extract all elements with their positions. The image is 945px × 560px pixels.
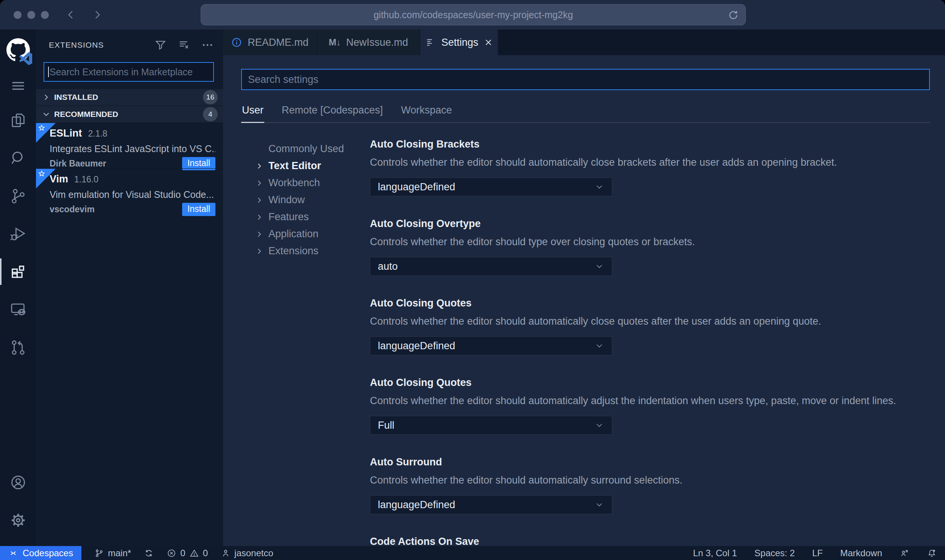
run-debug-button[interactable] xyxy=(0,215,36,253)
editor-area: README.md M↓ NewIssue.md Settings User xyxy=(223,30,945,546)
setting-title: Auto Closing Quotes xyxy=(370,376,930,389)
language-mode-status[interactable]: Markdown xyxy=(840,548,882,558)
filter-icon[interactable] xyxy=(154,39,167,51)
toc-application[interactable]: Application xyxy=(241,226,370,243)
gear-icon xyxy=(9,512,27,529)
close-window-button[interactable] xyxy=(14,11,22,19)
address-bar[interactable]: github.com/codespaces/user-my-project-mg… xyxy=(201,4,746,25)
notifications-status[interactable] xyxy=(927,548,937,558)
section-installed[interactable]: INSTALLED 16 xyxy=(36,89,223,106)
zoom-window-button[interactable] xyxy=(41,11,49,19)
chevron-right-icon xyxy=(255,179,264,188)
minimize-window-button[interactable] xyxy=(27,11,35,19)
account-button[interactable] xyxy=(0,464,36,501)
clear-extensions-icon[interactable] xyxy=(178,39,190,51)
section-label: INSTALLED xyxy=(54,93,98,102)
settings-gear-button[interactable] xyxy=(0,501,36,539)
tab-settings[interactable]: Settings xyxy=(420,30,498,55)
setting-dropdown[interactable]: auto xyxy=(370,257,612,276)
warnings-icon xyxy=(189,548,199,558)
section-recommended[interactable]: RECOMMENDED 4 xyxy=(36,106,223,123)
setting-dropdown[interactable]: languageDefined xyxy=(370,495,612,514)
setting-dropdown[interactable]: languageDefined xyxy=(370,336,612,355)
extension-item-vim[interactable]: Vim1.16.0 Vim emulation for Visual Studi… xyxy=(36,168,223,214)
dropdown-value: languageDefined xyxy=(378,340,455,352)
problems-status[interactable]: 0 0 xyxy=(167,548,208,558)
setting-auto-surround: Auto Surround Controls whether the edito… xyxy=(370,456,930,514)
branch-status[interactable]: main* xyxy=(94,548,131,558)
eol-status[interactable]: LF xyxy=(812,548,823,558)
extensions-button[interactable] xyxy=(0,253,36,291)
scope-remote[interactable]: Remote [Codespaces] xyxy=(281,101,384,122)
close-tab-icon[interactable] xyxy=(483,37,493,47)
setting-dropdown[interactable]: Full xyxy=(370,416,612,435)
menu-button[interactable] xyxy=(0,70,36,101)
settings-list-icon xyxy=(425,37,436,48)
codespaces-status-button[interactable]: Codespaces xyxy=(0,546,81,560)
sidebar-title: EXTENSIONS xyxy=(49,40,104,50)
setting-code-actions-on-save: Code Actions On Save xyxy=(370,535,930,546)
window-controls[interactable] xyxy=(14,11,49,19)
more-actions-icon[interactable] xyxy=(201,39,214,51)
chevron-right-icon xyxy=(255,247,264,256)
error-count: 0 xyxy=(180,548,185,558)
setting-description: Controls whether the editor should autom… xyxy=(370,474,930,486)
tab-readme[interactable]: README.md xyxy=(223,30,317,55)
chevron-right-icon xyxy=(255,230,264,239)
extension-item-eslint[interactable]: ESLint2.1.8 Integrates ESLint JavaScript… xyxy=(36,123,223,168)
extension-version: 2.1.8 xyxy=(88,129,108,139)
setting-dropdown[interactable]: languageDefined xyxy=(370,177,612,196)
settings-list: Auto Closing Brackets Controls whether t… xyxy=(370,138,930,546)
setting-title: Code Actions On Save xyxy=(370,535,930,546)
back-icon[interactable] xyxy=(65,9,77,21)
toc-extensions[interactable]: Extensions xyxy=(241,243,370,260)
warning-count: 0 xyxy=(203,548,208,558)
sync-status[interactable] xyxy=(144,548,154,558)
indentation-status[interactable]: Spaces: 2 xyxy=(755,548,795,558)
setting-auto-closing-brackets: Auto Closing Brackets Controls whether t… xyxy=(370,138,930,196)
source-control-button[interactable] xyxy=(0,177,36,215)
tab-newissue[interactable]: M↓ NewIssue.md xyxy=(317,30,420,55)
errors-icon xyxy=(167,548,176,558)
install-button[interactable]: Install xyxy=(182,203,215,216)
settings-toc: Commonly Used Text Editor Workbench Wind… xyxy=(241,138,370,546)
feedback-status[interactable] xyxy=(900,548,909,558)
branch-icon xyxy=(94,548,104,558)
pull-requests-button[interactable] xyxy=(0,328,36,366)
extensions-search[interactable] xyxy=(44,62,214,82)
hamburger-menu-icon xyxy=(9,77,27,95)
settings-scope-tabs: User Remote [Codespaces] Workspace xyxy=(241,101,930,123)
extension-version: 1.16.0 xyxy=(74,174,98,185)
settings-search-input[interactable] xyxy=(242,70,929,89)
extensions-search-input[interactable] xyxy=(44,63,213,81)
setting-title: Auto Closing Overtype xyxy=(370,218,930,230)
user-status[interactable]: jasonetco xyxy=(221,548,273,558)
cursor-position-status[interactable]: Ln 3, Col 1 xyxy=(693,548,737,558)
text-cursor xyxy=(48,67,49,77)
toc-features[interactable]: Features xyxy=(241,208,370,226)
sync-icon xyxy=(144,548,154,558)
remote-icon xyxy=(8,548,18,558)
toc-text-editor[interactable]: Text Editor xyxy=(241,157,370,174)
reload-icon[interactable] xyxy=(727,9,739,21)
activity-bar xyxy=(0,30,36,546)
chevron-right-icon xyxy=(255,213,264,222)
extension-description: Vim emulation for Visual Studio Code... xyxy=(50,188,215,202)
toc-window[interactable]: Window xyxy=(241,191,370,208)
toc-workbench[interactable]: Workbench xyxy=(241,174,370,191)
chevron-down-icon xyxy=(594,420,604,430)
extension-author: Dirk Baeumer xyxy=(50,159,106,169)
tab-label: README.md xyxy=(248,37,309,48)
url-text: github.com/codespaces/user-my-project-mg… xyxy=(374,9,573,20)
scope-workspace[interactable]: Workspace xyxy=(400,101,453,122)
search-button[interactable] xyxy=(0,139,36,177)
forward-icon[interactable] xyxy=(91,9,103,21)
debug-icon xyxy=(9,225,27,243)
settings-search[interactable] xyxy=(241,69,930,90)
scope-user[interactable]: User xyxy=(241,101,264,122)
info-icon xyxy=(231,37,242,48)
toc-commonly-used[interactable]: Commonly Used xyxy=(241,140,370,157)
explorer-button[interactable] xyxy=(0,101,36,139)
remote-explorer-button[interactable] xyxy=(0,291,36,328)
setting-title: Auto Surround xyxy=(370,456,930,468)
